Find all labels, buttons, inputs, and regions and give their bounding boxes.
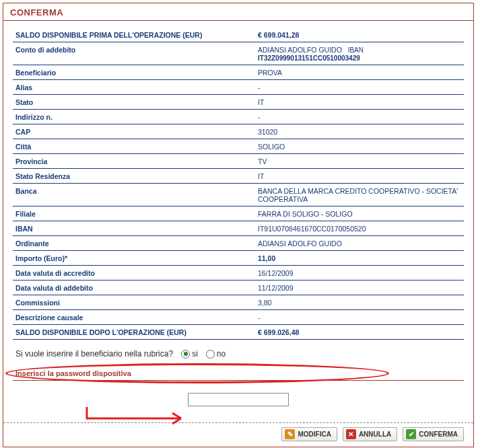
- row-label: Banca: [13, 184, 255, 207]
- table-row: Stato ResidenzaIT: [13, 169, 464, 184]
- table-row: SALDO DISPONIBILE DOPO L'OPERAZIONE (EUR…: [13, 325, 464, 340]
- modify-button-label: MODIFICA: [298, 431, 331, 438]
- table-row: IBANIT91U0708461670CC0170050520: [13, 221, 464, 236]
- row-label: IBAN: [13, 221, 255, 236]
- row-value: 11,00: [255, 251, 464, 266]
- row-label: Descrizione causale: [13, 310, 255, 325]
- row-label: Conto di addebito: [13, 42, 255, 65]
- row-label: Indirizzo n.: [13, 110, 255, 124]
- iban-label: IBAN: [348, 46, 364, 54]
- radio-si[interactable]: [181, 350, 190, 359]
- summary-table: SALDO DISPONIBILE PRIMA DELL'OPERAZIONE …: [13, 28, 464, 340]
- table-row: Importo (Euro)*11,00: [13, 251, 464, 266]
- confirm-panel: CONFERMA SALDO DISPONIBILE PRIMA DELL'OP…: [3, 3, 474, 447]
- table-row: Data valuta di accredito16/12/2009: [13, 266, 464, 281]
- row-value: ADIANSI ADOLFO GUIDO: [255, 236, 464, 251]
- table-row: OrdinanteADIANSI ADOLFO GUIDO: [13, 236, 464, 251]
- radio-option-no[interactable]: no: [206, 349, 226, 359]
- row-value: SOLIGO: [255, 139, 464, 154]
- table-row: SALDO DISPONIBILE PRIMA DELL'OPERAZIONE …: [13, 28, 464, 42]
- table-row: ProvinciaTV: [13, 154, 464, 169]
- row-label: Stato Residenza: [13, 169, 255, 184]
- cancel-button[interactable]: ✕ ANNULLA: [343, 427, 397, 441]
- row-value: IT: [255, 95, 464, 110]
- table-row: CAP31020: [13, 124, 464, 139]
- row-label: Città: [13, 139, 255, 154]
- row-value: FARRA DI SOLIGO - SOLIGO: [255, 207, 464, 221]
- row-label: Data valuta di accredito: [13, 266, 255, 281]
- table-row: BeneficiarioPROVA: [13, 65, 464, 80]
- row-label: Filiale: [13, 207, 255, 221]
- table-row: Commissioni3,80: [13, 295, 464, 310]
- row-value: 31020: [255, 124, 464, 139]
- row-label: SALDO DISPONIBILE PRIMA DELL'OPERAZIONE …: [13, 28, 255, 42]
- table-row: Indirizzo n.-: [13, 110, 464, 124]
- row-label: Stato: [13, 95, 255, 110]
- radio-si-label: si: [192, 349, 198, 359]
- row-label: Alias: [13, 80, 255, 95]
- panel-content: SALDO DISPONIBILE PRIMA DELL'OPERAZIONE …: [3, 21, 473, 420]
- row-value: BANCA DELLA MARCA CREDITO COOPERATIVO - …: [255, 184, 464, 207]
- account-holder: ADIANSI ADOLFO GUIDO: [258, 46, 342, 54]
- password-input[interactable]: [188, 393, 289, 406]
- row-label: SALDO DISPONIBILE DOPO L'OPERAZIONE (EUR…: [13, 325, 255, 340]
- row-label: Beneficiario: [13, 65, 255, 80]
- password-row: [13, 393, 464, 416]
- row-value: PROVA: [255, 65, 464, 80]
- table-row: Descrizione causale-: [13, 310, 464, 325]
- row-label: Commissioni: [13, 295, 255, 310]
- rubrica-question-text: Si vuole inserire il beneficiario nella …: [15, 349, 173, 359]
- row-value: TV: [255, 154, 464, 169]
- row-value: ADIANSI ADOLFO GUIDO IBAN IT32Z099901315…: [255, 42, 464, 65]
- row-value: -: [255, 310, 464, 325]
- row-value: IT: [255, 169, 464, 184]
- panel-title: CONFERMA: [3, 3, 473, 21]
- table-row: CittàSOLIGO: [13, 139, 464, 154]
- row-label: Data valuta di addebito: [13, 281, 255, 295]
- button-row: ✎ MODIFICA ✕ ANNULLA ✔ CONFERMA: [3, 423, 473, 447]
- cancel-button-label: ANNULLA: [359, 431, 391, 438]
- row-value: 3,80: [255, 295, 464, 310]
- pencil-icon: ✎: [285, 429, 295, 439]
- radio-option-si[interactable]: si: [181, 349, 198, 359]
- table-row: Data valuta di addebito11/12/2009: [13, 281, 464, 295]
- table-row: FilialeFARRA DI SOLIGO - SOLIGO: [13, 207, 464, 221]
- row-label: Ordinante: [13, 236, 255, 251]
- row-value: 16/12/2009: [255, 266, 464, 281]
- row-label: Provincia: [13, 154, 255, 169]
- row-value: -: [255, 80, 464, 95]
- row-value: -: [255, 110, 464, 124]
- check-icon: ✔: [406, 429, 416, 439]
- row-value: IT91U0708461670CC0170050520: [255, 221, 464, 236]
- table-row: BancaBANCA DELLA MARCA CREDITO COOPERATI…: [13, 184, 464, 207]
- table-row: StatoIT: [13, 95, 464, 110]
- rubrica-question-row: Si vuole inserire il beneficiario nella …: [13, 340, 464, 364]
- row-label: Importo (Euro)*: [13, 251, 255, 266]
- close-icon: ✕: [346, 429, 356, 439]
- row-value: 11/12/2009: [255, 281, 464, 295]
- confirm-button[interactable]: ✔ CONFERMA: [403, 427, 464, 441]
- row-value: € 699.026,48: [255, 325, 464, 340]
- radio-no-label: no: [217, 349, 226, 359]
- password-label: Inserisci la password dispositiva: [13, 364, 464, 381]
- row-value: € 699.041,28: [255, 28, 464, 42]
- iban-value: IT32Z0999013151CC0510003429: [258, 54, 360, 62]
- row-label: CAP: [13, 124, 255, 139]
- modify-button[interactable]: ✎ MODIFICA: [281, 427, 337, 441]
- confirm-button-label: CONFERMA: [419, 431, 458, 438]
- radio-no[interactable]: [206, 350, 215, 359]
- table-row: Alias-: [13, 80, 464, 95]
- table-row: Conto di addebitoADIANSI ADOLFO GUIDO IB…: [13, 42, 464, 65]
